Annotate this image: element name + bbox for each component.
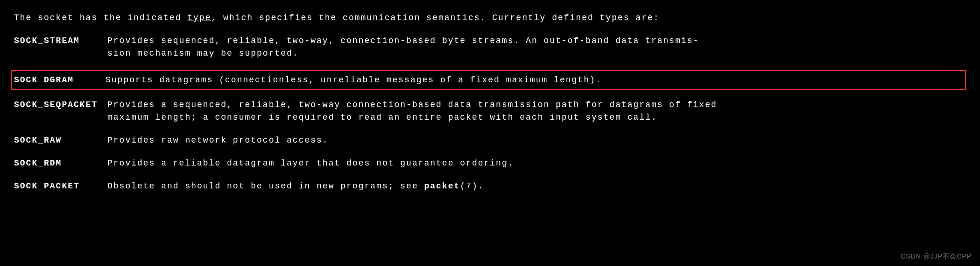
desc-sock-dgram: Supports datagrams (connectionless, unre… xyxy=(106,74,963,86)
term-sock-dgram: SOCK_DGRAM xyxy=(14,74,106,86)
packet-bold: packet xyxy=(424,181,460,191)
definition-sock-stream: SOCK_STREAM Provides sequenced, reliable… xyxy=(14,35,966,60)
definition-sock-seqpacket: SOCK_SEQPACKET Provides a sequenced, rel… xyxy=(14,99,966,124)
desc-sock-stream: Provides sequenced, reliable, two-way, c… xyxy=(107,35,966,60)
definition-sock-dgram-highlighted: SOCK_DGRAM Supports datagrams (connectio… xyxy=(11,70,966,90)
term-sock-packet: SOCK_PACKET xyxy=(14,180,107,193)
term-sock-stream: SOCK_STREAM xyxy=(14,35,107,47)
desc-sock-raw: Provides raw network protocol access. xyxy=(107,134,966,147)
desc-sock-packet: Obsolete and should not be used in new p… xyxy=(107,180,966,193)
watermark-text: CSDN @JJP不会CPP xyxy=(901,252,972,261)
definition-sock-packet: SOCK_PACKET Obsolete and should not be u… xyxy=(14,180,966,193)
intro-underlined: type xyxy=(187,13,211,22)
term-sock-raw: SOCK_RAW xyxy=(14,134,107,147)
intro-part1: The socket has the indicated xyxy=(14,13,187,22)
desc-sock-seqpacket: Provides a sequenced, reliable, two-way … xyxy=(107,99,966,124)
definition-sock-rdm: SOCK_RDM Provides a reliable datagram la… xyxy=(14,157,966,170)
desc-sock-rdm: Provides a reliable datagram layer that … xyxy=(107,157,966,170)
term-sock-seqpacket: SOCK_SEQPACKET xyxy=(14,99,107,111)
intro-part2: , which specifies the communication sema… xyxy=(211,13,659,22)
definition-sock-raw: SOCK_RAW Provides raw network protocol a… xyxy=(14,134,966,147)
term-sock-rdm: SOCK_RDM xyxy=(14,157,107,170)
intro-line: The socket has the indicated type, which… xyxy=(14,12,966,24)
